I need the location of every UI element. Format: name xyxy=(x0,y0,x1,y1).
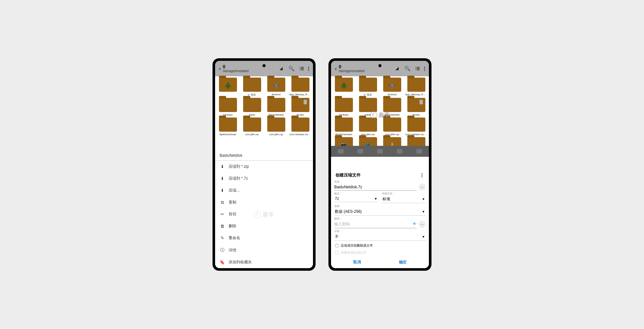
bookmark-icon: 🔖 xyxy=(220,260,225,265)
folder-icon xyxy=(383,118,401,132)
folder-item[interactable]: com.netease.cloudmusic xyxy=(405,118,428,136)
folder-item[interactable]: baidu xyxy=(241,98,263,116)
folder-item[interactable]: ByteDownload xyxy=(332,118,355,136)
folder-item[interactable]: backups xyxy=(216,98,239,116)
name-label: 名称： xyxy=(334,180,426,183)
back-icon[interactable]: ‹ xyxy=(333,65,339,72)
dialog-title: 创建压缩文件 xyxy=(336,172,361,178)
folder-icon xyxy=(407,78,425,92)
context-menu-sheet: BaiduNetdisk F趣享 ⬇压缩到 *.zip⬇压缩到 *.7z⬇压缩.… xyxy=(215,149,313,268)
menu-item[interactable]: ⬇压缩到 *.zip xyxy=(215,161,313,173)
password-more-button[interactable]: ··· xyxy=(419,221,426,228)
delete-after-checkbox[interactable]: 压缩成功后删除源文件 xyxy=(334,242,426,249)
menu-item[interactable]: ⓘ详情 xyxy=(215,244,313,256)
compress-dialog: 创建压缩文件 名称： BaiduNetdisk.7z ··· 格式： 7z▼ 压… xyxy=(331,168,429,268)
overflow-icon[interactable] xyxy=(424,67,425,71)
folder-icon xyxy=(219,78,237,92)
folder-icon xyxy=(243,98,261,112)
path: /storage/emulated xyxy=(223,69,279,73)
folder-item[interactable]: App_Backup_Restore xyxy=(405,78,428,97)
folder-item[interactable]: ByteDownload xyxy=(216,118,239,136)
folder-icon xyxy=(219,98,237,112)
split-dropdown[interactable]: 不▼ xyxy=(334,233,426,241)
watermark: F趣享 xyxy=(370,111,390,119)
folder-icon xyxy=(407,118,425,132)
menu-item[interactable]: ⧉复制 xyxy=(215,196,313,208)
trash-icon: 🗑 xyxy=(220,224,225,229)
split-label: 分卷： xyxy=(334,230,426,233)
folder-item[interactable]: Books xyxy=(289,98,312,116)
folder-item[interactable]: Books xyxy=(405,98,428,116)
watermark: F趣享 xyxy=(254,211,274,218)
format-dropdown[interactable]: 7z▼ xyxy=(334,195,378,202)
name-input[interactable]: BaiduNetdisk.7z xyxy=(334,184,417,191)
folder-label: .. xyxy=(343,93,344,96)
visibility-icon[interactable]: 👁 xyxy=(412,221,417,226)
folder-icon xyxy=(383,98,401,112)
confirm-button[interactable]: 确定 xyxy=(399,259,407,265)
folder-item[interactable]: 0_培音 xyxy=(356,78,379,97)
context-target: BaiduNetdisk xyxy=(215,149,313,161)
password-input[interactable]: 输入密码👁 xyxy=(334,221,417,228)
search-icon[interactable]: 🔍 xyxy=(404,66,411,71)
folder-label: com.jifen.op xyxy=(269,133,283,136)
separate-checkbox: 创建单独压缩文件 xyxy=(334,249,426,256)
back-icon[interactable]: ‹ xyxy=(217,65,223,72)
folder-label: App_Backup_Restore xyxy=(289,93,311,96)
view-list-icon[interactable] xyxy=(300,67,304,70)
title: 0 xyxy=(339,64,395,69)
folder-item[interactable]: .. xyxy=(216,78,239,97)
folder-item[interactable]: backups xyxy=(332,98,355,116)
folder-icon: 🤖 xyxy=(267,78,285,92)
download-icon: ⬇ xyxy=(220,188,225,193)
folder-item[interactable]: com.jifen.op xyxy=(265,118,288,136)
search-icon[interactable]: 🔍 xyxy=(289,66,295,71)
password-label: 密码： xyxy=(334,217,426,221)
menu-item-label: 复制 xyxy=(229,200,236,205)
folder-icon xyxy=(407,98,425,112)
folder-item[interactable]: com.jifen.op xyxy=(381,118,403,136)
folder-item[interactable]: BaiduNetdisk xyxy=(265,98,288,116)
download-icon: ⬇ xyxy=(220,176,225,181)
dialog-overflow-icon[interactable] xyxy=(421,173,422,177)
view-list-icon[interactable] xyxy=(416,67,420,70)
folder-label: com.netease.cloudmusic xyxy=(289,133,311,136)
menu-item[interactable]: 🔖添加到收藏夹 xyxy=(215,256,313,268)
app-bar: ‹ 0 /storage/emulated 🔍 xyxy=(331,61,429,76)
folder-icon xyxy=(291,98,309,112)
menu-item[interactable]: 🗑删除 xyxy=(215,220,313,232)
folder-item[interactable]: App_Backup_Restore xyxy=(289,78,312,97)
app-bar: ‹ 0 /storage/emulated 🔍 xyxy=(215,61,313,76)
folder-item[interactable]: 🤖Android xyxy=(381,78,403,97)
menu-item-label: 压缩到 *.7z xyxy=(229,176,248,181)
download-icon: ⬇ xyxy=(220,164,225,169)
menu-item[interactable]: ⬇压缩... xyxy=(215,184,313,196)
menu-item[interactable]: ✎重命名 xyxy=(215,232,313,244)
cancel-button[interactable]: 取消 xyxy=(353,259,361,265)
encrypt-dropdown[interactable]: 数据 (AES-256)▼ xyxy=(334,208,426,216)
signal-icon xyxy=(279,67,283,70)
folder-item[interactable]: com.jifen.ac xyxy=(241,118,263,136)
edit-icon: ✎ xyxy=(220,236,225,240)
copy-icon: ⧉ xyxy=(220,200,225,205)
folder-icon xyxy=(267,118,285,132)
folder-item[interactable]: .. xyxy=(332,78,355,97)
folder-icon xyxy=(243,118,261,132)
folder-item[interactable]: 0_培音 xyxy=(241,78,263,97)
folder-icon xyxy=(335,118,353,132)
method-label: 压缩方式： xyxy=(382,192,426,195)
menu-item[interactable]: ⬇压缩到 *.7z xyxy=(215,173,313,184)
method-dropdown[interactable]: 标准▼ xyxy=(382,195,426,203)
menu-item-label: 压缩... xyxy=(229,188,240,193)
path: /storage/emulated xyxy=(339,69,395,73)
folder-item[interactable]: com.netease.cloudmusic xyxy=(289,118,312,136)
overflow-icon[interactable] xyxy=(308,67,309,71)
folder-label: Android xyxy=(388,93,397,96)
folder-icon xyxy=(335,78,353,92)
folder-label: Android xyxy=(272,93,281,96)
folder-item[interactable]: 🤖Android xyxy=(265,78,288,97)
folder-item[interactable]: com.jifen.ac xyxy=(356,118,379,136)
encrypt-label: 加密： xyxy=(334,204,426,208)
name-more-button[interactable]: ··· xyxy=(419,183,426,191)
menu-item-label: 详情 xyxy=(229,248,236,253)
